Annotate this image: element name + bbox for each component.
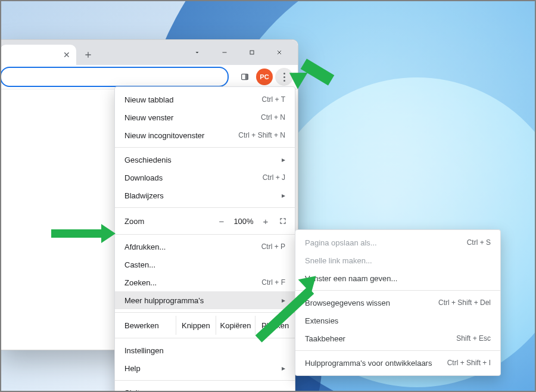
fullscreen-button[interactable] — [275, 214, 291, 228]
menu-new-window[interactable]: Nieuw vensterCtrl + N — [115, 108, 295, 126]
menu-separator — [115, 147, 295, 148]
edit-paste-button[interactable]: Plakken — [255, 316, 295, 335]
active-tab[interactable]: ✕ — [0, 45, 76, 65]
chrome-main-menu: Nieuw tabbladCtrl + T Nieuw vensterCtrl … — [114, 86, 295, 392]
menu-separator — [295, 290, 500, 291]
new-tab-button[interactable] — [80, 46, 96, 63]
tab-search-button[interactable] — [183, 40, 211, 65]
chrome-menu-button[interactable] — [275, 68, 293, 86]
submenu-save-page[interactable]: Pagina opslaan als...Ctrl + S — [295, 234, 500, 251]
edit-cut-button[interactable]: Knippen — [176, 316, 216, 335]
browser-toolbar: PC — [0, 65, 298, 89]
zoom-out-button[interactable]: − — [213, 216, 230, 226]
chevron-right-icon: ▸ — [282, 155, 285, 164]
submenu-clear-browsing-data[interactable]: Browsegegevens wissenCtrl + Shift + Del — [295, 294, 500, 312]
menu-new-tab[interactable]: Nieuw tabbladCtrl + T — [115, 91, 295, 108]
menu-separator — [115, 234, 295, 235]
tab-strip: ✕ — [0, 40, 298, 65]
zoom-value: 100% — [230, 217, 257, 226]
menu-help[interactable]: Help▸ — [115, 359, 295, 377]
window-close-button[interactable] — [266, 40, 293, 65]
address-bar[interactable] — [0, 67, 229, 87]
menu-history[interactable]: Geschiedenis▸ — [115, 151, 295, 169]
submenu-task-manager[interactable]: TaakbeheerShift + Esc — [295, 329, 500, 347]
window-maximize-button[interactable] — [238, 40, 266, 65]
svg-rect-0 — [223, 52, 227, 53]
submenu-extensions[interactable]: Extensies — [295, 312, 500, 329]
menu-bookmarks[interactable]: Bladwijzers▸ — [115, 186, 295, 204]
menu-exit[interactable]: Sluiten — [115, 384, 295, 392]
zoom-in-button[interactable]: + — [257, 216, 275, 226]
menu-cast[interactable]: Casten... — [115, 256, 295, 273]
close-tab-icon[interactable]: ✕ — [63, 50, 70, 60]
menu-zoom-row: Zoom − 100% + — [115, 211, 295, 231]
menu-separator — [295, 350, 500, 351]
menu-separator — [115, 207, 295, 208]
more-tools-submenu: Pagina opslaan als...Ctrl + S Snelle lin… — [295, 229, 501, 376]
chevron-right-icon: ▸ — [282, 364, 285, 372]
menu-settings[interactable]: Instellingen — [115, 341, 295, 359]
submenu-developer-tools[interactable]: Hulpprogramma's voor ontwikkelaarsCtrl +… — [295, 354, 500, 372]
edit-label: Bewerken — [115, 316, 176, 335]
submenu-name-window[interactable]: Venster een naam geven... — [295, 269, 500, 287]
menu-more-tools[interactable]: Meer hulpprogramma's▸ — [115, 291, 295, 309]
menu-separator — [115, 338, 295, 338]
profile-avatar[interactable]: PC — [256, 69, 273, 85]
svg-rect-3 — [245, 74, 248, 79]
submenu-create-shortcut[interactable]: Snelle link maken... — [295, 251, 500, 269]
window-minimize-button[interactable] — [211, 40, 238, 65]
menu-separator — [115, 312, 295, 313]
menu-print[interactable]: Afdrukken...Ctrl + P — [115, 238, 295, 256]
menu-edit-row: Bewerken Knippen Kopiëren Plakken — [115, 316, 295, 335]
menu-find[interactable]: Zoeken...Ctrl + F — [115, 273, 295, 291]
zoom-label: Zoom — [124, 217, 213, 226]
chevron-right-icon: ▸ — [282, 191, 285, 200]
menu-new-incognito[interactable]: Nieuw incognitovensterCtrl + Shift + N — [115, 126, 295, 144]
svg-rect-1 — [250, 51, 254, 54]
edit-copy-button[interactable]: Kopiëren — [216, 316, 256, 335]
menu-separator — [115, 380, 295, 381]
menu-downloads[interactable]: DownloadsCtrl + J — [115, 169, 295, 186]
side-panel-button[interactable] — [236, 68, 254, 86]
chevron-right-icon: ▸ — [282, 296, 285, 304]
